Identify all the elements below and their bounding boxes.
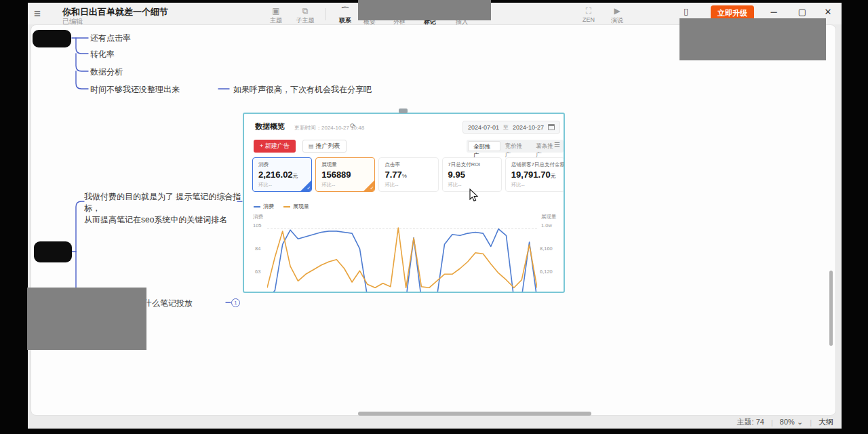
play-icon: ▶ [604,5,631,16]
subtopic-icon: ⧉ [292,5,319,16]
stat-compare: 环比-- [448,182,496,189]
statusbar-divider: | [810,418,812,427]
date-separator: 至 [503,123,509,131]
stat-value: 156889 [321,170,351,180]
redaction-box [679,18,826,60]
toolbar-subtopic-label: 子主题 [296,17,315,24]
date-from[interactable]: 2024-07-01 [468,124,499,131]
check-icon: ✓ [307,186,311,191]
mindmap-callout[interactable]: 如果呼声很高，下次有机会我在分享吧 [233,84,372,96]
date-range-picker[interactable]: 2024-07-01 至 2024-10-27 [462,121,560,134]
toolbar-subtopic-button[interactable]: ⧉ 子主题 [292,5,319,25]
embedded-dashboard-image[interactable]: 数据概览 更新时间：2024-10-27 10:48 ⟳ 2024-07-01 … [243,113,565,293]
mouse-cursor [469,189,479,202]
tab-bid-promo[interactable]: 竞价推广 [500,141,532,151]
promo-list-label: 推广列表 [316,142,340,151]
stat-unit: % [402,173,407,179]
mindmap-topic[interactable]: 转化率 [90,49,115,60]
sidebar-panel-icon[interactable]: ▯ [684,6,688,16]
edit-status: 已编辑 [62,17,83,26]
mindmap-topic[interactable]: 数据分析 [90,66,123,78]
vertical-scrollbar[interactable] [829,271,833,346]
stat-unit: 元 [293,173,298,179]
tab-all-promo[interactable]: 全部推广 [468,141,500,151]
left-tick: 63 [255,269,260,275]
redaction-box [27,288,146,350]
right-tick: 6,120 [540,269,553,275]
toolbar-divider [326,8,326,20]
zoom-control[interactable]: 80% ⌄ [780,418,803,427]
chart-legend: 消费 展现量 [254,203,309,210]
hamburger-menu-icon[interactable]: ≡ [34,7,41,21]
zen-label: ZEN [583,16,595,23]
minimize-button[interactable]: ─ [766,7,781,17]
promo-list-icon: ▤ [309,143,314,149]
legend-dash-icon [254,206,260,208]
mindmap-topic[interactable]: 时间不够我还没整理出来 [90,84,180,96]
redacted-topic-node[interactable] [34,241,72,262]
redaction-box [358,0,491,20]
zen-icon: ⛶ [575,5,602,16]
close-button[interactable]: ✕ [821,7,835,17]
stat-label: 7日总支付ROI [448,161,496,168]
image-selection-handle[interactable] [399,108,408,113]
left-tick: 84 [255,245,260,252]
toolbar-topic-label: 主题 [270,17,282,24]
stat-label: 展现量 [321,161,369,168]
stat-value: 9.95 [448,170,465,180]
left-tick: 105 [253,222,262,229]
right-axis-label: 展现量 [541,214,557,220]
stat-compare: 环比-- [321,182,369,189]
promo-type-tabs: 全部推广 竞价推广 薯条推广 [467,140,564,153]
outline-button[interactable]: 大纲 [818,417,833,427]
stat-label: 消费 [258,161,306,168]
legend-dash-icon [283,206,290,208]
present-button[interactable]: ▶ 演说 [604,5,631,25]
stat-card-spend[interactable]: 消费 2,216.02元 环比-- ✓ [252,157,312,192]
legend-item-spend[interactable]: 消费 [254,203,274,210]
right-tick: 1.0w [541,222,552,229]
stat-compare: 环比-- [511,182,559,189]
redacted-topic-node[interactable] [33,30,71,47]
metrics-config-icon[interactable]: ☰ [554,141,560,149]
status-bar: 主题: 74 | 80% ⌄ | 大纲 [28,416,842,429]
refresh-icon[interactable]: ⟳ [350,122,355,130]
stat-value: 19,791.70 [511,170,551,180]
stat-label: 店铺新客7日总支付金额 [511,161,559,168]
zen-mode-button[interactable]: ⛶ ZEN [575,5,602,23]
relation-icon: ⌒ [332,5,359,16]
toolbar-relation-label: 联系 [339,17,351,24]
calendar-icon[interactable] [548,124,555,130]
mindmap-topic-partially-covered[interactable]: 什么笔记投放 [144,298,193,309]
present-label: 演说 [611,17,623,24]
stat-value: 2,216.02 [258,170,293,180]
date-to[interactable]: 2024-10-27 [513,124,544,131]
toolbar-relation-button[interactable]: ⌒ 联系 [332,5,359,25]
trend-line-chart [267,216,537,293]
left-axis-label: 消费 [253,214,263,220]
mindmap-paragraph[interactable]: 我做付费的目的就是为了 提示笔记的综合指标， 从而提高笔记在seo系统中的关键词… [84,191,247,226]
stat-compare: 环比-- [384,182,432,189]
legend-item-impressions[interactable]: 展现量 [283,203,309,210]
dashboard-title: 数据概览 [255,121,285,132]
mindmap-topic[interactable]: 还有点击率 [90,33,131,44]
stat-value: 7.77 [384,170,401,180]
horizontal-scrollbar[interactable] [358,412,591,416]
stat-label: 点击率 [384,161,432,168]
stat-card-impressions[interactable]: 展现量 156889 环比-- ✓ [315,157,375,192]
stat-card-ctr[interactable]: 点击率 7.77% 环比-- [378,157,438,192]
stat-cards: 消费 2,216.02元 环比-- ✓ 展现量 156889 环比-- ✓ 点击… [252,157,565,192]
statusbar-divider: | [771,418,773,427]
new-ad-button[interactable]: + 新建广告 [254,140,296,153]
topic-count: 主题: 74 [737,417,764,427]
promo-list-button[interactable]: ▤ 推广列表 [302,140,347,153]
stat-compare: 环比-- [258,182,306,189]
toolbar-topic-button[interactable]: ▣ 主题 [262,5,290,25]
stat-card-new-customer-pay[interactable]: 店铺新客7日总支付金额 19,791.70元 环比-- [505,157,565,192]
stat-card-roi[interactable]: 7日总支付ROI 9.95 环比-- [442,157,502,192]
numbered-badge[interactable]: 1 [231,298,240,307]
topic-icon: ▣ [262,5,290,16]
screen: ≡ 你和日出百单就差一个细节 已编辑 ▣ 主题 ⧉ 子主题 ⌒ 联系 概要 外框… [0,0,868,434]
stat-unit: 元 [551,173,556,179]
maximize-button[interactable]: ▢ [795,7,810,17]
